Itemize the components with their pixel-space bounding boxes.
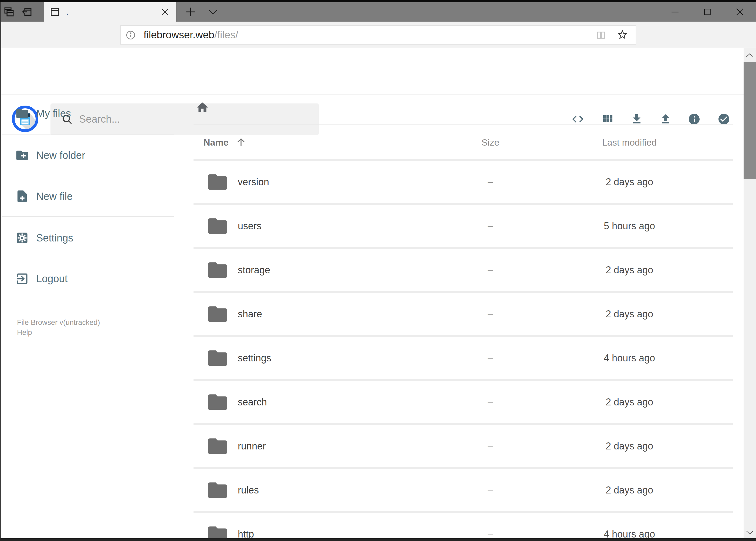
set-tabs-aside-icon: [21, 6, 32, 18]
file-row-modified: 2 days ago: [585, 469, 674, 511]
tab-close-icon[interactable]: [157, 4, 173, 20]
file-row-name: users: [238, 205, 262, 247]
sidebar-divider: [2, 216, 174, 217]
file-row-size: –: [474, 469, 507, 511]
window-left-edge: [0, 2, 1, 538]
sidebar-item-logout[interactable]: Logout: [0, 268, 189, 290]
folder-icon: [15, 106, 29, 121]
sidebar-item-label: Settings: [36, 232, 73, 244]
file-row-name: version: [238, 161, 269, 203]
scrollbar-up-button[interactable]: [744, 48, 756, 62]
folder-icon: [206, 523, 229, 539]
tab-title: .: [66, 7, 157, 16]
table-row[interactable]: share – 2 days ago: [193, 291, 733, 335]
app-version-text: File Browser v(untracked): [17, 317, 100, 327]
breadcrumb-divider: [193, 124, 733, 125]
tab-favicon-icon: [49, 6, 60, 17]
folder-icon: [206, 259, 229, 282]
sidebar-item-label: New file: [36, 191, 73, 202]
file-row-size: –: [474, 161, 507, 203]
sidebar-item-label: My files: [36, 108, 71, 119]
column-header-name[interactable]: Name: [203, 133, 246, 152]
browser-navbar: filebrowser.web/files/: [0, 22, 756, 48]
close-button[interactable]: [724, 2, 756, 22]
upload-button[interactable]: [656, 109, 675, 129]
table-row[interactable]: rules – 2 days ago: [193, 467, 733, 511]
file-row-name: rules: [238, 469, 259, 511]
sidebar-item-new-file[interactable]: New file: [0, 185, 189, 208]
sidebar-item-label: Logout: [36, 273, 68, 285]
column-header-size[interactable]: Size: [474, 133, 507, 152]
breadcrumb-home-button[interactable]: [195, 100, 210, 115]
info-button[interactable]: [684, 109, 704, 129]
sidebar-divider: [2, 134, 174, 135]
file-row-name: search: [238, 381, 267, 423]
table-row[interactable]: runner – 2 days ago: [193, 423, 733, 467]
file-row-size: –: [474, 249, 507, 291]
site-info-icon[interactable]: [125, 30, 136, 41]
tab-bar: .: [0, 2, 756, 22]
favorite-star-icon[interactable]: [617, 29, 629, 41]
table-row[interactable]: version – 2 days ago: [193, 159, 733, 203]
home-icon: [196, 101, 209, 114]
table-row[interactable]: http – 4 hours ago: [193, 511, 733, 538]
url-text: filebrowser.web/files/: [143, 26, 238, 44]
browser-tab[interactable]: .: [44, 2, 176, 22]
table-row[interactable]: users – 5 hours ago: [193, 203, 733, 247]
page-scrollbar[interactable]: [744, 48, 756, 541]
file-row-modified: 2 days ago: [585, 425, 674, 467]
sort-arrow-up-icon: [236, 137, 246, 148]
settings-gear-icon: [15, 231, 29, 245]
folder-icon: [206, 390, 229, 414]
grid-view-button[interactable]: [598, 109, 617, 129]
download-button[interactable]: [627, 109, 646, 129]
file-row-size: –: [474, 293, 507, 335]
tab-preview-button[interactable]: [0, 4, 18, 20]
tab-preview-icon: [3, 6, 15, 18]
column-header-modified[interactable]: Last modified: [585, 133, 674, 152]
table-row[interactable]: settings – 4 hours ago: [193, 335, 733, 379]
sidebar-item-new-folder[interactable]: New folder: [0, 144, 189, 167]
scrollbar-thumb[interactable]: [744, 62, 756, 179]
window-controls: [659, 2, 756, 22]
maximize-button[interactable]: [691, 2, 724, 22]
window-bottom-edge: [0, 538, 756, 541]
file-row-modified: 2 days ago: [585, 381, 674, 423]
scrollbar-down-button[interactable]: [744, 526, 756, 540]
sidebar-footer: File Browser v(untracked) Help: [17, 317, 100, 337]
folder-icon: [206, 171, 229, 194]
minimize-button[interactable]: [659, 2, 691, 22]
window-top-edge: [0, 0, 756, 2]
reading-view-icon[interactable]: [596, 29, 607, 41]
column-header-name-label: Name: [203, 137, 229, 148]
sidebar-item-my-files[interactable]: My files: [0, 102, 189, 125]
set-tabs-aside-button[interactable]: [18, 4, 36, 20]
file-row-name: http: [238, 513, 254, 538]
file-plus-icon: [15, 189, 29, 204]
file-row-size: –: [474, 381, 507, 423]
help-link[interactable]: Help: [17, 327, 100, 337]
address-separator: [139, 28, 139, 42]
folder-icon: [206, 479, 229, 502]
tab-list-chevron-button[interactable]: [206, 5, 220, 19]
file-row-modified: 5 hours ago: [585, 205, 674, 247]
file-row-name: runner: [238, 425, 266, 467]
file-row-size: –: [474, 425, 507, 467]
select-check-button[interactable]: [714, 109, 734, 129]
file-row-size: –: [474, 513, 507, 538]
table-row[interactable]: search – 2 days ago: [193, 379, 733, 423]
table-row[interactable]: storage – 2 days ago: [193, 247, 733, 291]
folder-icon: [206, 346, 229, 370]
url-path: /files/: [214, 29, 238, 41]
file-row-size: –: [474, 205, 507, 247]
folder-plus-icon: [15, 148, 29, 162]
code-view-button[interactable]: [568, 109, 588, 129]
tab-bar-corner: [0, 2, 44, 22]
sidebar-item-settings[interactable]: Settings: [0, 227, 189, 249]
file-row-modified: 2 days ago: [585, 293, 674, 335]
sidebar-item-label: New folder: [36, 150, 85, 161]
address-bar[interactable]: filebrowser.web/files/: [121, 25, 636, 45]
file-row-name: share: [238, 293, 262, 335]
new-tab-button[interactable]: [182, 4, 199, 20]
file-row-name: settings: [238, 337, 271, 379]
